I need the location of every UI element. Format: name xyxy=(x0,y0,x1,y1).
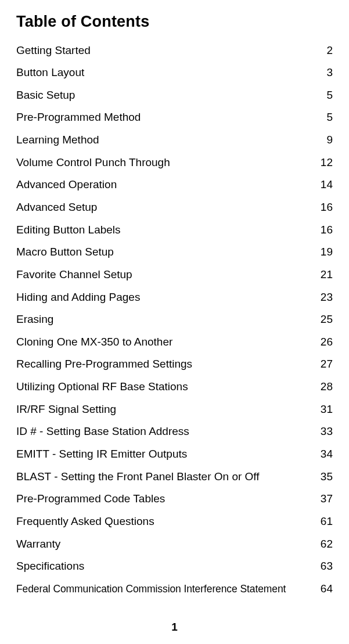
toc-row: Learning Method9 xyxy=(16,129,333,152)
toc-page: 35 xyxy=(316,469,333,484)
toc-label: Erasing xyxy=(16,312,316,327)
toc-row: Pre-Programmed Method5 xyxy=(16,106,333,129)
toc-page: 21 xyxy=(316,267,333,282)
toc-page: 3 xyxy=(316,65,333,80)
toc-page: 19 xyxy=(316,244,333,260)
toc-row: Recalling Pre-Programmed Settings27 xyxy=(16,353,333,376)
page-title: Table of Contents xyxy=(16,13,333,31)
toc-row: Utilizing Optional RF Base Stations28 xyxy=(16,376,333,398)
toc-label: Getting Started xyxy=(16,43,316,58)
toc-row: Basic Setup5 xyxy=(16,84,333,106)
toc-row: Hiding and Adding Pages23 xyxy=(16,286,333,308)
toc-page: 62 xyxy=(316,537,333,552)
toc-label: Utilizing Optional RF Base Stations xyxy=(16,379,316,394)
toc-label: Recalling Pre-Programmed Settings xyxy=(16,357,316,372)
toc-label: Specifications xyxy=(16,559,316,574)
toc-page: 27 xyxy=(316,357,333,372)
toc-row: Editing Button Labels16 xyxy=(16,218,333,241)
toc-label: Editing Button Labels xyxy=(16,222,316,238)
toc-label: Warranty xyxy=(16,537,316,552)
toc-row: Specifications63 xyxy=(16,555,333,578)
toc-page: 26 xyxy=(316,334,333,350)
toc-row: Frequently Asked Questions61 xyxy=(16,510,333,533)
toc-row: Getting Started2 xyxy=(16,39,333,62)
toc-label: Pre-Programmed Code Tables xyxy=(16,491,316,506)
toc-page: 25 xyxy=(316,312,333,327)
toc-row: Favorite Channel Setup21 xyxy=(16,263,333,286)
toc-page: 23 xyxy=(316,290,333,305)
toc-page: 16 xyxy=(316,200,333,215)
toc-page: 16 xyxy=(316,222,333,238)
toc-page: 37 xyxy=(316,491,333,506)
toc-label: EMITT - Setting IR Emitter Outputs xyxy=(16,447,316,462)
toc-page: 2 xyxy=(316,43,333,58)
toc-row: Cloning One MX-350 to Another26 xyxy=(16,330,333,353)
toc-page: 31 xyxy=(316,402,333,417)
toc-row: Macro Button Setup19 xyxy=(16,241,333,264)
toc-label: Advanced Setup xyxy=(16,200,316,215)
toc-row: ID # - Setting Base Station Address33 xyxy=(16,420,333,443)
page-number: 1 xyxy=(16,621,333,634)
toc-row: Pre-Programmed Code Tables37 xyxy=(16,488,333,510)
toc-row: BLAST - Setting the Front Panel Blaster … xyxy=(16,465,333,488)
toc-label: Pre-Programmed Method xyxy=(16,110,316,125)
toc-page: 28 xyxy=(316,379,333,394)
toc-page: 33 xyxy=(316,424,333,439)
toc-page: 63 xyxy=(316,559,333,574)
toc-page: 9 xyxy=(316,132,333,147)
toc-label: Hiding and Adding Pages xyxy=(16,290,316,305)
toc-page: 12 xyxy=(316,155,333,170)
toc-label: Button Layout xyxy=(16,65,316,80)
toc-row: Erasing25 xyxy=(16,308,333,331)
toc-row: Button Layout3 xyxy=(16,62,333,84)
toc-label: Frequently Asked Questions xyxy=(16,514,316,529)
table-of-contents: Getting Started2Button Layout3Basic Setu… xyxy=(16,39,333,600)
toc-row: Volume Control Punch Through12 xyxy=(16,151,333,174)
toc-label: Cloning One MX-350 to Another xyxy=(16,334,316,350)
toc-label: ID # - Setting Base Station Address xyxy=(16,424,316,439)
toc-label: BLAST - Setting the Front Panel Blaster … xyxy=(16,469,316,484)
toc-row: Advanced Operation14 xyxy=(16,174,333,196)
toc-page: 64 xyxy=(316,581,333,596)
toc-page: 14 xyxy=(316,177,333,192)
toc-page: 5 xyxy=(316,88,333,103)
toc-label: Favorite Channel Setup xyxy=(16,267,316,282)
toc-label: IR/RF Signal Setting xyxy=(16,402,316,417)
toc-label: Basic Setup xyxy=(16,88,316,103)
toc-label: Volume Control Punch Through xyxy=(16,155,316,170)
toc-page: 61 xyxy=(316,514,333,529)
toc-page: 5 xyxy=(316,110,333,125)
toc-label: Advanced Operation xyxy=(16,177,316,192)
toc-row: Warranty62 xyxy=(16,533,333,555)
toc-row: EMITT - Setting IR Emitter Outputs34 xyxy=(16,443,333,466)
toc-row: Advanced Setup16 xyxy=(16,196,333,218)
toc-label: Federal Communication Commission Interfe… xyxy=(16,582,316,596)
toc-page: 34 xyxy=(316,447,333,462)
toc-row: IR/RF Signal Setting31 xyxy=(16,398,333,420)
toc-row: Federal Communication Commission Interfe… xyxy=(16,577,333,600)
toc-label: Learning Method xyxy=(16,132,316,147)
toc-label: Macro Button Setup xyxy=(16,244,316,260)
